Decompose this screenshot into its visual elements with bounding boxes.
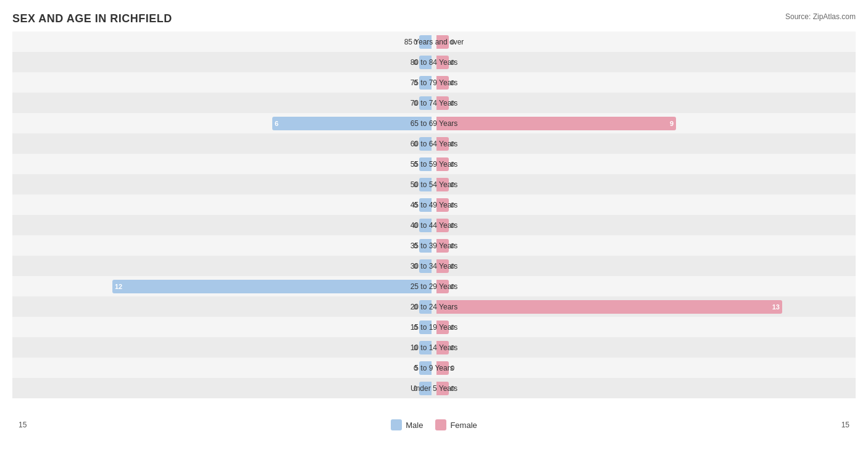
right-side: 13 <box>434 296 856 317</box>
left-side: 0 <box>12 235 434 256</box>
male-zero-value: 0 <box>414 385 417 392</box>
male-bar: 0 <box>419 198 432 212</box>
male-bar: 0 <box>419 157 432 171</box>
right-side: 0 <box>434 358 856 378</box>
female-zero-value: 0 <box>451 344 454 351</box>
left-side: 0 <box>12 52 434 72</box>
female-legend-label: Female <box>450 421 477 430</box>
female-bar-value: 13 <box>772 303 780 311</box>
title-row: SEX AND AGE IN RICHFIELD Source: ZipAtla… <box>12 12 856 25</box>
left-side: 0 <box>12 215 434 235</box>
female-bar: 0 <box>436 382 449 395</box>
female-zero-value: 0 <box>451 79 454 86</box>
male-zero-value: 0 <box>414 201 417 209</box>
chart-row: 045 to 49 Years0 <box>12 195 856 215</box>
chart-row: 080 to 84 Years0 <box>12 52 856 72</box>
male-bar: 6 <box>272 117 432 130</box>
male-zero-value: 0 <box>414 140 417 148</box>
axis-left-value: 15 <box>19 421 27 429</box>
chart-row: 085 Years and over0 <box>12 31 856 52</box>
male-zero-value: 0 <box>414 79 417 86</box>
chart-row: 060 to 64 Years0 <box>12 133 856 154</box>
chart-row: 035 to 39 Years0 <box>12 235 856 256</box>
female-bar: 0 <box>436 137 449 151</box>
female-zero-value: 0 <box>451 59 454 66</box>
right-side: 0 <box>434 276 856 296</box>
male-bar: 0 <box>419 361 432 375</box>
female-zero-value: 0 <box>451 262 454 270</box>
male-bar: 0 <box>419 35 432 49</box>
right-side: 0 <box>434 93 856 113</box>
female-bar: 0 <box>436 35 449 49</box>
legend-male: Male <box>391 419 423 430</box>
right-side: 0 <box>434 235 856 256</box>
female-zero-value: 0 <box>451 283 454 290</box>
right-side: 0 <box>434 215 856 235</box>
left-side: 12 <box>12 276 434 296</box>
male-bar: 12 <box>112 280 432 293</box>
chart-row: 050 to 54 Years0 <box>12 174 856 195</box>
left-side: 6 <box>12 113 434 133</box>
female-bar: 9 <box>436 117 676 130</box>
male-bar: 0 <box>419 219 432 232</box>
right-side: 0 <box>434 52 856 72</box>
chart-row: 070 to 74 Years0 <box>12 93 856 113</box>
female-zero-value: 0 <box>451 242 454 249</box>
male-bar: 0 <box>419 382 432 395</box>
right-side: 0 <box>434 195 856 215</box>
male-bar-value: 12 <box>115 283 122 290</box>
chart-row: 010 to 14 Years0 <box>12 337 856 358</box>
male-zero-value: 0 <box>414 59 417 66</box>
chart-row: 015 to 19 Years0 <box>12 317 856 337</box>
male-zero-value: 0 <box>414 262 417 270</box>
male-zero-value: 0 <box>414 324 417 331</box>
left-side: 0 <box>12 378 434 398</box>
male-bar: 0 <box>419 137 432 151</box>
chart-row: 0Under 5 Years0 <box>12 378 856 398</box>
male-bar: 0 <box>419 321 432 334</box>
left-side: 0 <box>12 154 434 174</box>
female-zero-value: 0 <box>451 181 454 188</box>
chart-row: 055 to 59 Years0 <box>12 154 856 174</box>
female-zero-value: 0 <box>451 99 454 107</box>
axis-right-value: 15 <box>841 421 849 429</box>
chart-container: SEX AND AGE IN RICHFIELD Source: ZipAtla… <box>0 0 868 457</box>
male-bar: 0 <box>419 76 432 90</box>
chart-row: 665 to 69 Years9 <box>12 113 856 133</box>
female-zero-value: 0 <box>451 222 454 229</box>
female-bar: 0 <box>436 259 449 273</box>
male-legend-box <box>391 419 402 430</box>
left-side: 0 <box>12 256 434 276</box>
female-bar: 0 <box>436 361 449 375</box>
male-legend-label: Male <box>406 421 423 430</box>
right-side: 0 <box>434 317 856 337</box>
right-side: 0 <box>434 256 856 276</box>
male-bar: 0 <box>419 259 432 273</box>
left-side: 0 <box>12 174 434 195</box>
male-zero-value: 0 <box>414 99 417 107</box>
right-side: 0 <box>434 337 856 358</box>
female-bar: 0 <box>436 219 449 232</box>
left-side: 0 <box>12 72 434 93</box>
left-side: 0 <box>12 133 434 154</box>
left-side: 0 <box>12 317 434 337</box>
chart-title: SEX AND AGE IN RICHFIELD <box>12 12 172 25</box>
left-side: 0 <box>12 93 434 113</box>
female-zero-value: 0 <box>451 364 454 372</box>
male-bar: 0 <box>419 300 432 314</box>
left-side: 0 <box>12 337 434 358</box>
chart-area: 085 Years and over0080 to 84 Years0075 t… <box>12 31 856 414</box>
male-bar: 0 <box>419 239 432 253</box>
female-legend-box <box>435 419 446 430</box>
left-side: 0 <box>12 296 434 317</box>
legend-row: 15 Male Female 15 <box>12 419 856 430</box>
chart-row: 075 to 79 Years0 <box>12 72 856 93</box>
female-zero-value: 0 <box>451 140 454 148</box>
right-side: 0 <box>434 133 856 154</box>
male-zero-value: 0 <box>414 344 417 351</box>
right-side: 0 <box>434 31 856 52</box>
female-bar: 0 <box>436 280 449 293</box>
left-side: 0 <box>12 31 434 52</box>
male-bar: 0 <box>419 56 432 69</box>
right-side: 9 <box>434 113 856 133</box>
